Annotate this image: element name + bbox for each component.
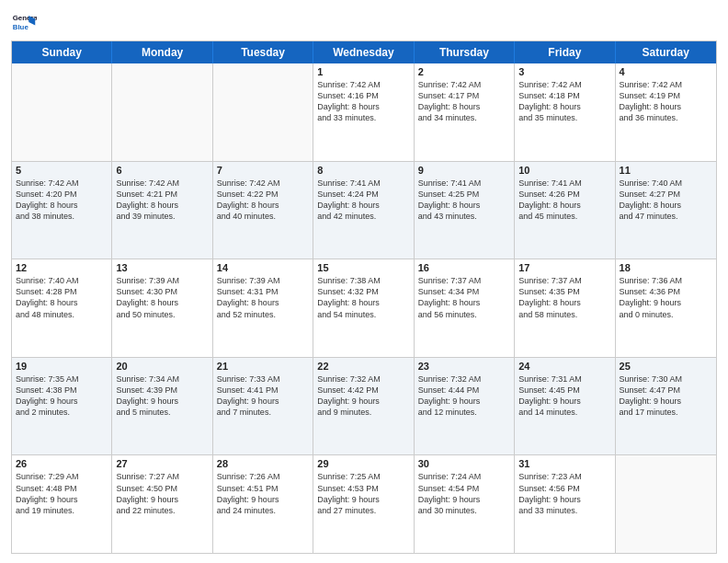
day-number: 25 [620, 361, 712, 372]
day-number: 29 [317, 458, 409, 469]
day-number: 14 [217, 262, 309, 273]
cell-info: Sunrise: 7:41 AM Sunset: 4:25 PM Dayligh… [418, 178, 510, 223]
day-number: 16 [418, 262, 510, 273]
calendar-cell-r4-c2: 28Sunrise: 7:26 AM Sunset: 4:51 PM Dayli… [213, 455, 313, 553]
cell-info: Sunrise: 7:35 AM Sunset: 4:38 PM Dayligh… [16, 373, 108, 419]
cell-info: Sunrise: 7:33 AM Sunset: 4:41 PM Dayligh… [217, 373, 309, 419]
page-header: General Blue [11, 9, 717, 35]
cell-info: Sunrise: 7:37 AM Sunset: 4:34 PM Dayligh… [418, 275, 510, 320]
day-number: 22 [317, 361, 409, 372]
day-number: 3 [518, 66, 610, 77]
cell-info: Sunrise: 7:40 AM Sunset: 4:27 PM Dayligh… [620, 178, 712, 223]
day-number: 5 [16, 165, 108, 176]
calendar-row-4: 26Sunrise: 7:29 AM Sunset: 4:48 PM Dayli… [12, 454, 716, 553]
cell-info: Sunrise: 7:27 AM Sunset: 4:50 PM Dayligh… [116, 471, 208, 516]
calendar-cell-r3-c1: 20Sunrise: 7:34 AM Sunset: 4:39 PM Dayli… [112, 358, 212, 455]
cell-info: Sunrise: 7:31 AM Sunset: 4:45 PM Dayligh… [518, 373, 610, 419]
day-number: 30 [418, 458, 510, 469]
day-number: 26 [16, 458, 108, 469]
calendar-cell-r2-c5: 17Sunrise: 7:37 AM Sunset: 4:35 PM Dayli… [515, 259, 615, 357]
day-number: 9 [418, 165, 510, 176]
header-day-wednesday: Wednesday [313, 41, 414, 63]
day-number: 11 [620, 165, 712, 176]
header-day-thursday: Thursday [415, 41, 515, 63]
logo: General Blue [11, 9, 40, 35]
logo-icon: General Blue [11, 9, 37, 35]
day-number: 6 [116, 165, 208, 176]
cell-info: Sunrise: 7:38 AM Sunset: 4:32 PM Dayligh… [317, 275, 409, 320]
day-number: 4 [620, 66, 712, 77]
day-number: 24 [518, 361, 610, 372]
calendar-cell-r1-c5: 10Sunrise: 7:41 AM Sunset: 4:26 PM Dayli… [515, 162, 615, 259]
cell-info: Sunrise: 7:42 AM Sunset: 4:22 PM Dayligh… [217, 178, 309, 223]
day-number: 21 [217, 361, 309, 372]
svg-text:Blue: Blue [13, 23, 29, 31]
cell-info: Sunrise: 7:41 AM Sunset: 4:26 PM Dayligh… [518, 178, 610, 223]
calendar-body: 1Sunrise: 7:42 AM Sunset: 4:16 PM Daylig… [12, 63, 716, 553]
cell-info: Sunrise: 7:26 AM Sunset: 4:51 PM Dayligh… [217, 471, 309, 516]
cell-info: Sunrise: 7:40 AM Sunset: 4:28 PM Dayligh… [16, 275, 108, 320]
calendar-cell-r3-c4: 23Sunrise: 7:32 AM Sunset: 4:44 PM Dayli… [415, 358, 515, 455]
day-number: 19 [16, 361, 108, 372]
header-day-sunday: Sunday [12, 41, 112, 63]
cell-info: Sunrise: 7:39 AM Sunset: 4:30 PM Dayligh… [116, 275, 208, 320]
cell-info: Sunrise: 7:39 AM Sunset: 4:31 PM Dayligh… [217, 275, 309, 320]
cell-info: Sunrise: 7:30 AM Sunset: 4:47 PM Dayligh… [620, 373, 712, 419]
header-day-tuesday: Tuesday [213, 41, 313, 63]
calendar-cell-r1-c2: 7Sunrise: 7:42 AM Sunset: 4:22 PM Daylig… [213, 162, 313, 259]
cell-info: Sunrise: 7:25 AM Sunset: 4:53 PM Dayligh… [317, 471, 409, 516]
calendar-cell-r2-c4: 16Sunrise: 7:37 AM Sunset: 4:34 PM Dayli… [415, 259, 515, 357]
calendar-cell-r2-c1: 13Sunrise: 7:39 AM Sunset: 4:30 PM Dayli… [112, 259, 212, 357]
calendar-cell-r0-c6: 4Sunrise: 7:42 AM Sunset: 4:19 PM Daylig… [616, 63, 716, 161]
cell-info: Sunrise: 7:42 AM Sunset: 4:18 PM Dayligh… [518, 79, 610, 124]
calendar-cell-r2-c2: 14Sunrise: 7:39 AM Sunset: 4:31 PM Dayli… [213, 259, 313, 357]
header-day-monday: Monday [112, 41, 212, 63]
calendar-cell-r4-c0: 26Sunrise: 7:29 AM Sunset: 4:48 PM Dayli… [12, 455, 112, 553]
calendar-cell-r0-c0 [12, 63, 112, 161]
day-number: 13 [116, 262, 208, 273]
cell-info: Sunrise: 7:32 AM Sunset: 4:44 PM Dayligh… [418, 373, 510, 419]
cell-info: Sunrise: 7:37 AM Sunset: 4:35 PM Dayligh… [518, 275, 610, 320]
cell-info: Sunrise: 7:41 AM Sunset: 4:24 PM Dayligh… [317, 178, 409, 223]
day-number: 23 [418, 361, 510, 372]
calendar-cell-r3-c2: 21Sunrise: 7:33 AM Sunset: 4:41 PM Dayli… [213, 358, 313, 455]
cell-info: Sunrise: 7:23 AM Sunset: 4:56 PM Dayligh… [518, 471, 610, 516]
calendar-cell-r3-c6: 25Sunrise: 7:30 AM Sunset: 4:47 PM Dayli… [616, 358, 716, 455]
calendar-cell-r1-c1: 6Sunrise: 7:42 AM Sunset: 4:21 PM Daylig… [112, 162, 212, 259]
cell-info: Sunrise: 7:42 AM Sunset: 4:21 PM Dayligh… [116, 178, 208, 223]
cell-info: Sunrise: 7:34 AM Sunset: 4:39 PM Dayligh… [116, 373, 208, 419]
header-day-saturday: Saturday [616, 41, 716, 63]
cell-info: Sunrise: 7:36 AM Sunset: 4:36 PM Dayligh… [620, 275, 712, 320]
calendar-grid: SundayMondayTuesdayWednesdayThursdayFrid… [11, 40, 717, 554]
day-number: 31 [518, 458, 610, 469]
calendar-cell-r4-c5: 31Sunrise: 7:23 AM Sunset: 4:56 PM Dayli… [515, 455, 615, 553]
calendar-cell-r2-c6: 18Sunrise: 7:36 AM Sunset: 4:36 PM Dayli… [616, 259, 716, 357]
calendar-cell-r1-c4: 9Sunrise: 7:41 AM Sunset: 4:25 PM Daylig… [415, 162, 515, 259]
day-number: 27 [116, 458, 208, 469]
cell-info: Sunrise: 7:24 AM Sunset: 4:54 PM Dayligh… [418, 471, 510, 516]
day-number: 10 [518, 165, 610, 176]
calendar-cell-r4-c4: 30Sunrise: 7:24 AM Sunset: 4:54 PM Dayli… [415, 455, 515, 553]
day-number: 12 [16, 262, 108, 273]
calendar-cell-r0-c2 [213, 63, 313, 161]
cell-info: Sunrise: 7:32 AM Sunset: 4:42 PM Dayligh… [317, 373, 409, 419]
day-number: 28 [217, 458, 309, 469]
calendar-header: SundayMondayTuesdayWednesdayThursdayFrid… [12, 41, 716, 63]
calendar-cell-r4-c3: 29Sunrise: 7:25 AM Sunset: 4:53 PM Dayli… [313, 455, 414, 553]
calendar-cell-r2-c3: 15Sunrise: 7:38 AM Sunset: 4:32 PM Dayli… [313, 259, 414, 357]
calendar-cell-r3-c0: 19Sunrise: 7:35 AM Sunset: 4:38 PM Dayli… [12, 358, 112, 455]
calendar-page: General Blue SundayMondayTuesdayWednesda… [0, 0, 728, 563]
calendar-cell-r1-c6: 11Sunrise: 7:40 AM Sunset: 4:27 PM Dayli… [616, 162, 716, 259]
calendar-cell-r3-c5: 24Sunrise: 7:31 AM Sunset: 4:45 PM Dayli… [515, 358, 615, 455]
calendar-row-0: 1Sunrise: 7:42 AM Sunset: 4:16 PM Daylig… [12, 63, 716, 161]
calendar-row-2: 12Sunrise: 7:40 AM Sunset: 4:28 PM Dayli… [12, 259, 716, 357]
day-number: 15 [317, 262, 409, 273]
calendar-row-3: 19Sunrise: 7:35 AM Sunset: 4:38 PM Dayli… [12, 357, 716, 455]
calendar-cell-r1-c3: 8Sunrise: 7:41 AM Sunset: 4:24 PM Daylig… [313, 162, 414, 259]
calendar-cell-r0-c4: 2Sunrise: 7:42 AM Sunset: 4:17 PM Daylig… [415, 63, 515, 161]
calendar-cell-r0-c3: 1Sunrise: 7:42 AM Sunset: 4:16 PM Daylig… [313, 63, 414, 161]
calendar-cell-r4-c1: 27Sunrise: 7:27 AM Sunset: 4:50 PM Dayli… [112, 455, 212, 553]
cell-info: Sunrise: 7:42 AM Sunset: 4:16 PM Dayligh… [317, 79, 409, 124]
calendar-cell-r2-c0: 12Sunrise: 7:40 AM Sunset: 4:28 PM Dayli… [12, 259, 112, 357]
day-number: 1 [317, 66, 409, 77]
